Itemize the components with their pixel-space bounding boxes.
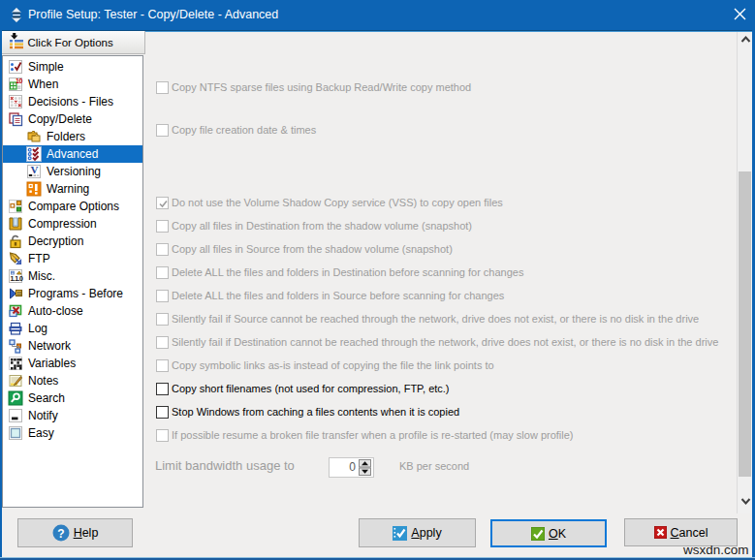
svg-text:?: ?	[57, 527, 64, 541]
svg-text:10: 10	[16, 78, 22, 84]
svg-text:1.1.0: 1.1.0	[10, 275, 23, 282]
svg-text:V: V	[31, 164, 39, 175]
